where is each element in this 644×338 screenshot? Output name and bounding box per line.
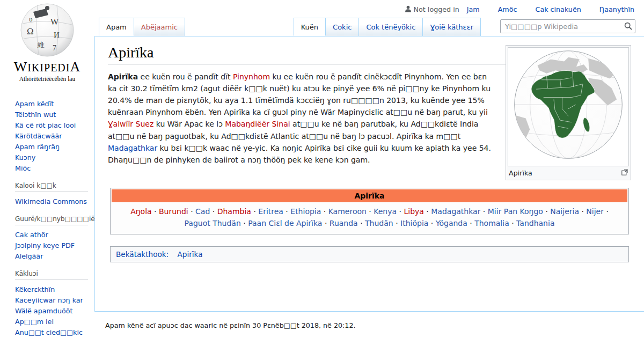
sidebar-link[interactable]: Këkerɛkthïn (15, 285, 55, 293)
sidebar-link[interactable]: Jɔɔlpiny keye PDF (15, 241, 75, 249)
navbox-link[interactable]: Madagathkar (431, 207, 480, 216)
sidebar-link[interactable]: Apam räŋräŋ (15, 143, 60, 151)
tab-cokic[interactable]: Cokic (326, 18, 359, 36)
navbox-link[interactable]: Nijer (586, 207, 604, 216)
africa-globe-image[interactable] (508, 47, 629, 166)
navbox-link[interactable]: Burundi (159, 207, 188, 216)
sidebar-link[interactable]: Kä cë röt piac looi (15, 121, 76, 129)
tab-ab-jaamic[interactable]: Abëjaamic (134, 18, 185, 36)
sidebar-link[interactable]: Miöc (15, 164, 31, 172)
article-bold-title: Apirïka (108, 72, 138, 81)
svg-text:Ω: Ω (27, 26, 34, 36)
navbox-africa: Apirïka Aŋola · Burundi · Cad · Dhambia … (110, 188, 629, 234)
personal-link[interactable]: Ŋaanythïn (599, 5, 634, 13)
sidebar-item: Kuɔny (15, 152, 88, 163)
sidebar-group: Guurë/k□□nyb□□□□iëCak athörJɔɔlpiny keye… (15, 215, 88, 261)
navbox-link[interactable]: Paguot Thudän (185, 219, 241, 227)
search-button[interactable] (624, 22, 632, 32)
svg-text:維: 維 (37, 41, 45, 49)
search-icon (624, 24, 632, 32)
search-area (500, 19, 635, 33)
navbox-link[interactable]: Ethiopia (290, 207, 321, 216)
last-modified-text: Apam kënë acï apuɔc dac waaric në pɛinïn… (105, 321, 356, 329)
namespace-tabs: ApamAbëjaamic (99, 18, 185, 36)
tab-cok-t-n-y-kic[interactable]: Cok tënëyökic (359, 18, 423, 36)
navbox-title: Apirïka (112, 189, 627, 202)
personal-link[interactable]: Cak cinakuën (536, 5, 581, 13)
tab--oi-k-th-r[interactable]: Ɣoië käthɛɛr (423, 18, 481, 36)
search-input[interactable] (500, 19, 635, 33)
personal-link[interactable]: Amöc (498, 5, 517, 13)
navbox-link[interactable]: Cad (195, 207, 210, 216)
sidebar-group-heading: Käkluɔi (15, 270, 88, 280)
sidebar-group-heading: Guurë/k□□nyb□□□□ië (15, 215, 88, 225)
page-tabs-bar: ApamAbëjaamic KuënCokicCok tënëyökicƔoië… (94, 18, 644, 36)
svg-text:W: W (50, 17, 59, 26)
sidebar-item: Alelgäär (15, 251, 88, 261)
sidebar-item: Wikimedia Commons (15, 196, 88, 207)
navbox-country-list: Aŋola · Burundi · Cad · Dhambia · Eritre… (112, 202, 627, 233)
infobox-caption: Apirïka (509, 169, 532, 177)
sidebar-link[interactable]: Alelgäär (15, 252, 43, 260)
svg-text:ʋ: ʋ (29, 16, 33, 23)
navbox-link[interactable]: Libya (404, 207, 423, 216)
sidebar-item: Tëlɔthïn wut (15, 109, 88, 120)
sidebar-link[interactable]: Tëlɔthïn wut (15, 111, 56, 119)
footer: Apam kënë acï apuɔc dac waaric në pɛinïn… (94, 312, 644, 329)
wikipedia-wordmark: WIKIPEDIA (0, 59, 94, 75)
navbox-link[interactable]: Eritrea (258, 207, 283, 216)
tab-apam[interactable]: Apam (99, 18, 134, 36)
wiki-redlink[interactable]: Pinynhom (233, 72, 270, 81)
sidebar-group: Kalooi k□□kWikimedia Commons (15, 182, 88, 207)
navbox-link[interactable]: Ruanda (330, 219, 358, 227)
navbox-link[interactable]: Paan Ciɛl de Apirïka (248, 219, 322, 227)
navbox-link[interactable]: Naijeria (550, 207, 579, 216)
category-label-link[interactable]: Bekätakthook: (116, 250, 169, 259)
sidebar-group-heading: Kalooi k□□k (15, 182, 88, 192)
article-content: Apirïka Apirïka Apirïka ee kuën rou ë pa… (94, 36, 644, 312)
personal-bar: Not logged in Jam Amöc Cak cinakuën Ŋaan… (94, 0, 644, 14)
sidebar-link[interactable]: Wikimedia Commons (15, 197, 87, 205)
navbox-link[interactable]: Thudän (365, 219, 393, 227)
sidebar-group: Apam këdïtTëlɔthïn wutKä cë röt piac loo… (15, 98, 88, 173)
personal-links: Jam Amöc Cak cinakuën Ŋaanythïn (467, 5, 635, 13)
sidebar-group: KäkluɔiKëkerɛkthïnKaceyiicwar nɔŋ karWäl… (15, 270, 88, 338)
sidebar-item: Wälë apamduööt (15, 305, 88, 316)
navbox-link[interactable]: Kameroon (328, 207, 367, 216)
wikipedia-tagline: Athörëtëtriëëcëbën lau (0, 76, 94, 82)
personal-link[interactable]: Jam (467, 5, 480, 13)
tab-ku-n[interactable]: Kuën (294, 18, 326, 36)
sidebar-item: Kärötdäcwäär (15, 130, 88, 141)
navbox-link[interactable]: Kenya (374, 207, 397, 216)
navbox-link[interactable]: Miir Pan Koŋgo (488, 207, 543, 216)
navbox-link[interactable]: Tandhania (516, 219, 554, 227)
category-link[interactable]: Apirïka (178, 250, 203, 259)
sidebar-nav: Apam këdïtTëlɔthïn wutKä cë röt piac loo… (0, 98, 94, 338)
category-items: Apirïka (178, 250, 203, 259)
sidebar-link[interactable]: Kuɔny (15, 153, 35, 161)
navbox-link[interactable]: Yöganda (436, 219, 467, 227)
category-links: Bekätakthook: Apirïka (110, 246, 629, 262)
sidebar: Ω W И 維 7 ʋ WIKIPEDIA Athörëtëtriëëcëbën… (0, 0, 94, 338)
sidebar-item: Ap□□m lel (15, 316, 88, 327)
sidebar-link[interactable]: Cak athör (15, 231, 48, 239)
svg-text:И: И (54, 31, 60, 39)
sidebar-item: Jɔɔlpiny keye PDF (15, 240, 88, 251)
enlarge-icon[interactable] (621, 169, 628, 177)
wiki-redlink[interactable]: Ɣalwïïr Suez (108, 120, 153, 128)
sidebar-link[interactable]: Anu□□t cied□□kic (15, 328, 83, 336)
sidebar-link[interactable]: Ap□□m lel (15, 318, 54, 326)
sidebar-link[interactable]: Wälë apamduööt (15, 307, 72, 315)
navbox-link[interactable]: Thomalia (474, 219, 509, 227)
navbox-link[interactable]: Aŋola (130, 207, 151, 216)
sidebar-link[interactable]: Kärötdäcwäär (15, 132, 62, 140)
sidebar-link[interactable]: Kaceyiicwar nɔŋ kar (15, 296, 83, 304)
user-icon (405, 5, 412, 14)
wikipedia-logo[interactable]: Ω W И 維 7 ʋ WIKIPEDIA Athörëtëtriëëcëbën… (0, 0, 94, 82)
wiki-redlink[interactable]: Mabaŋdiëër Sinai (225, 120, 290, 128)
wiki-link[interactable]: Madagathkar (108, 144, 157, 152)
navbox-link[interactable]: Ithiöpia (400, 219, 428, 227)
wikipedia-globe-icon[interactable]: Ω W И 維 7 ʋ (17, 3, 77, 57)
sidebar-link[interactable]: Apam këdït (15, 100, 54, 108)
navbox-link[interactable]: Dhambia (217, 207, 251, 216)
